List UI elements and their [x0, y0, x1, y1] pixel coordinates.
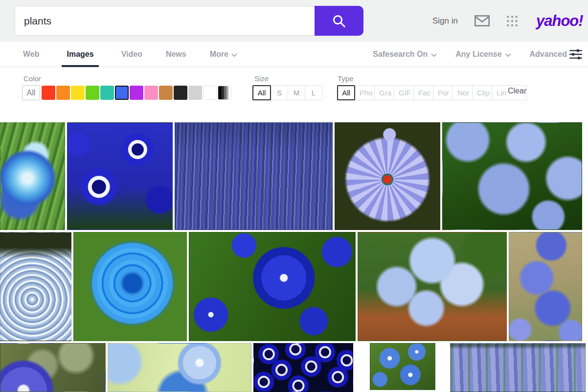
safesearch-label: Safesearch On	[373, 50, 428, 59]
license-dropdown[interactable]: Any License	[455, 50, 511, 59]
tab-web[interactable]: Web	[22, 42, 40, 67]
type-option-all[interactable]: All	[337, 85, 355, 100]
yahoo-logo[interactable]: yahoo!	[536, 12, 583, 30]
nav-tabs: Web Images Video News More	[22, 42, 238, 67]
color-swatch-yellow[interactable]	[71, 86, 85, 100]
image-result[interactable]	[67, 122, 173, 230]
sliders-icon	[569, 49, 582, 60]
color-swatch-pink[interactable]	[144, 86, 158, 100]
image-result[interactable]	[450, 343, 586, 392]
color-swatch-white[interactable]	[203, 86, 217, 100]
size-filter-group: All S M L	[253, 85, 322, 100]
size-filter-label: Size	[254, 74, 269, 83]
size-option-s[interactable]: S	[271, 85, 288, 100]
mail-icon	[474, 14, 490, 27]
color-swatch-green[interactable]	[86, 86, 99, 100]
nav-bar: Web Images Video News More Safesearch On…	[0, 42, 588, 67]
type-option-photo[interactable]: Pho	[355, 85, 375, 100]
nav-options: Safesearch On Any License Advanced	[373, 42, 582, 67]
type-option-nonportrait[interactable]: Nor	[452, 85, 473, 100]
color-swatch-brown[interactable]	[159, 86, 173, 100]
tab-video[interactable]: Video	[120, 42, 143, 67]
color-swatch-all[interactable]: All	[22, 85, 40, 100]
color-swatch-blue-selected[interactable]	[115, 86, 129, 100]
chevron-down-icon	[231, 53, 237, 57]
color-swatch-row: All	[22, 85, 232, 100]
image-result[interactable]	[0, 232, 71, 341]
mail-button[interactable]	[474, 14, 490, 29]
image-result[interactable]	[175, 122, 333, 230]
image-result[interactable]	[253, 343, 353, 392]
color-filter-label: Color	[23, 74, 41, 83]
tab-more-label: More	[210, 50, 228, 59]
license-label: Any License	[455, 50, 501, 59]
apps-grid-icon	[506, 15, 519, 27]
color-swatch-purple[interactable]	[130, 86, 143, 100]
type-option-portrait[interactable]: Por	[433, 85, 453, 100]
type-option-clipart[interactable]: Clip	[472, 85, 492, 100]
search-button[interactable]	[315, 6, 363, 36]
size-option-all[interactable]: All	[252, 85, 271, 100]
chevron-down-icon	[431, 53, 437, 57]
type-filter-group: All Pho Gra GIF Fac Por Nor Clip Lin	[338, 85, 527, 100]
apps-grid-button[interactable]	[506, 15, 519, 29]
search-input[interactable]	[15, 6, 315, 36]
image-result[interactable]	[509, 232, 582, 341]
color-swatch-red[interactable]	[42, 86, 55, 100]
color-swatch-orange[interactable]	[56, 86, 70, 100]
color-swatch-black-white[interactable]	[218, 86, 231, 100]
image-result[interactable]	[0, 343, 106, 392]
image-result[interactable]	[73, 232, 187, 341]
color-swatch-black[interactable]	[174, 86, 187, 100]
advanced-settings-button[interactable]: Advanced	[530, 49, 582, 60]
search-icon	[332, 14, 346, 28]
advanced-label: Advanced	[530, 50, 567, 59]
type-option-face[interactable]: Fac	[413, 85, 433, 100]
image-result[interactable]	[189, 232, 356, 341]
tab-more[interactable]: More	[209, 42, 238, 67]
filter-bar: Color Size Type All All S M L All	[0, 67, 588, 122]
image-result[interactable]	[358, 232, 507, 341]
image-result[interactable]	[0, 122, 65, 230]
image-result[interactable]	[442, 122, 582, 230]
chevron-down-icon	[505, 53, 511, 57]
type-option-gif[interactable]: GIF	[394, 85, 414, 100]
clear-filters-button[interactable]: Clear	[508, 87, 526, 95]
size-option-m[interactable]: M	[288, 85, 305, 100]
tab-images[interactable]: Images	[62, 42, 98, 67]
type-option-graphics[interactable]: Gra	[374, 85, 394, 100]
safesearch-dropdown[interactable]: Safesearch On	[373, 50, 437, 59]
color-swatch-teal[interactable]	[100, 86, 114, 100]
sign-in-link[interactable]: Sign in	[432, 16, 458, 26]
image-result[interactable]	[335, 122, 440, 230]
size-option-l[interactable]: L	[305, 85, 322, 100]
yahoo-image-search-page: Sign in yahoo! Web Images Video News Mor…	[0, 0, 588, 392]
image-result[interactable]	[108, 343, 251, 392]
tab-news[interactable]: News	[165, 42, 187, 67]
top-search-bar: Sign in yahoo!	[0, 0, 588, 42]
color-swatch-gray[interactable]	[188, 86, 202, 100]
image-result[interactable]	[370, 343, 435, 390]
type-filter-label: Type	[338, 74, 354, 83]
